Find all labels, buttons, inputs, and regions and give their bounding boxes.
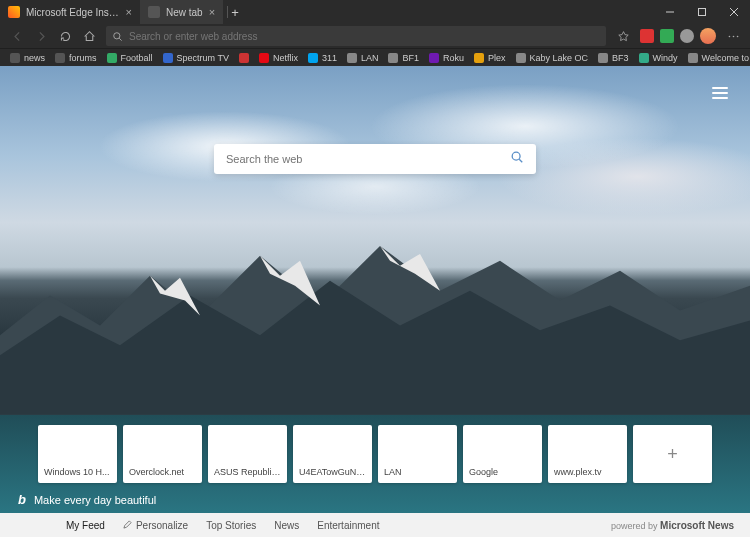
footer-link-personalize[interactable]: Personalize (123, 520, 188, 531)
bookmark-favicon-icon (688, 53, 698, 63)
footer-links: My Feed Personalize Top Stories News Ent… (66, 520, 379, 531)
bookmark-item[interactable] (235, 53, 253, 63)
tab-label: New tab (166, 7, 203, 18)
tile-label: Windows 10 H... (44, 467, 111, 477)
svg-point-8 (736, 35, 738, 37)
new-tab-page: Windows 10 H...Overclock.netASUS Republi… (0, 66, 750, 513)
bookmark-label: Spectrum TV (177, 53, 229, 63)
refresh-button[interactable] (54, 25, 76, 47)
footer-link-news[interactable]: News (274, 520, 299, 531)
pencil-icon (123, 520, 132, 531)
quick-link-tile[interactable]: Windows 10 H... (38, 425, 117, 483)
footer-link-entertainment[interactable]: Entertainment (317, 520, 379, 531)
bookmark-favicon-icon (107, 53, 117, 63)
tab-new-tab[interactable]: New tab × (140, 0, 223, 24)
svg-point-7 (732, 35, 734, 37)
back-button[interactable] (6, 25, 28, 47)
tile-label: Google (469, 467, 536, 477)
footer-link-top-stories[interactable]: Top Stories (206, 520, 256, 531)
quick-link-tile[interactable]: ASUS Republic... (208, 425, 287, 483)
bookmark-favicon-icon (163, 53, 173, 63)
bookmark-item[interactable]: news (6, 53, 49, 63)
bookmark-label: Plex (488, 53, 506, 63)
bookmark-label: BF1 (402, 53, 419, 63)
favicon-icon (8, 6, 20, 18)
bookmark-label: Kaby Lake OC (530, 53, 589, 63)
bookmark-favicon-icon (10, 53, 20, 63)
bookmark-item[interactable]: Football (103, 53, 157, 63)
search-icon[interactable] (510, 150, 524, 168)
web-search-input[interactable] (226, 153, 510, 165)
profile-avatar[interactable] (700, 28, 716, 44)
bookmark-favicon-icon (429, 53, 439, 63)
bookmark-label: Welcome to Accele... (702, 53, 750, 63)
plus-icon: + (667, 444, 678, 465)
extension-icon[interactable] (660, 29, 674, 43)
bookmark-item[interactable]: BF1 (384, 53, 423, 63)
bookmark-favicon-icon (598, 53, 608, 63)
home-button[interactable] (78, 25, 100, 47)
bookmark-label: Windy (653, 53, 678, 63)
close-icon[interactable]: × (126, 6, 132, 18)
quick-link-tile[interactable]: LAN (378, 425, 457, 483)
titlebar: Microsoft Edge Insider preview i × New t… (0, 0, 750, 24)
bookmark-favicon-icon (347, 53, 357, 63)
maximize-button[interactable] (686, 0, 718, 24)
caption-text: Make every day beautiful (34, 494, 156, 506)
web-search-box[interactable] (214, 144, 536, 174)
quick-link-tile[interactable]: Google (463, 425, 542, 483)
add-quick-link-button[interactable]: + (633, 425, 712, 483)
tile-label: LAN (384, 467, 451, 477)
bing-caption[interactable]: b Make every day beautiful (18, 492, 156, 507)
quick-link-tile[interactable]: U4EATowGuNn... (293, 425, 372, 483)
svg-point-6 (728, 35, 730, 37)
extension-icon[interactable] (680, 29, 694, 43)
quick-link-tile[interactable]: Overclock.net (123, 425, 202, 483)
bookmark-item[interactable]: forums (51, 53, 101, 63)
bookmark-label: forums (69, 53, 97, 63)
tab-strip: Microsoft Edge Insider preview i × New t… (0, 0, 654, 24)
tile-label: U4EATowGuNn... (299, 467, 366, 477)
bookmark-item[interactable]: LAN (343, 53, 383, 63)
toolbar (0, 24, 750, 48)
footer-link-my-feed[interactable]: My Feed (66, 520, 105, 531)
search-icon (112, 31, 123, 42)
extension-icon[interactable] (640, 29, 654, 43)
bookmark-label: Roku (443, 53, 464, 63)
forward-button[interactable] (30, 25, 52, 47)
quick-link-tile[interactable]: www.plex.tv (548, 425, 627, 483)
bookmark-item[interactable]: 311 (304, 53, 341, 63)
bookmark-label: BF3 (612, 53, 629, 63)
bookmark-item[interactable]: Roku (425, 53, 468, 63)
bookmark-item[interactable]: Kaby Lake OC (512, 53, 593, 63)
svg-point-4 (114, 32, 120, 38)
bookmark-label: Netflix (273, 53, 298, 63)
bookmark-item[interactable]: Windy (635, 53, 682, 63)
minimize-button[interactable] (654, 0, 686, 24)
bookmark-label: news (24, 53, 45, 63)
tile-label: www.plex.tv (554, 467, 621, 477)
extension-icons (636, 28, 720, 44)
bookmark-item[interactable]: Plex (470, 53, 510, 63)
menu-button[interactable] (722, 25, 744, 47)
bookmark-item[interactable]: BF3 (594, 53, 633, 63)
bookmark-item[interactable]: Welcome to Accele... (684, 53, 750, 63)
bookmark-item[interactable]: Spectrum TV (159, 53, 233, 63)
close-window-button[interactable] (718, 0, 750, 24)
svg-rect-1 (699, 9, 706, 16)
address-input[interactable] (129, 31, 600, 42)
window-controls (654, 0, 750, 24)
favorite-button[interactable] (612, 25, 634, 47)
page-settings-button[interactable] (712, 84, 728, 102)
tab-label: Microsoft Edge Insider preview i (26, 7, 120, 18)
svg-point-9 (512, 152, 520, 160)
address-bar[interactable] (106, 26, 606, 46)
bookmark-favicon-icon (639, 53, 649, 63)
bookmark-item[interactable]: Netflix (255, 53, 302, 63)
close-icon[interactable]: × (209, 6, 215, 18)
tile-label: ASUS Republic... (214, 467, 281, 477)
bookmark-favicon-icon (388, 53, 398, 63)
mountains-decoration (0, 236, 750, 415)
bookmarks-bar: newsforumsFootballSpectrum TVNetflix311L… (0, 48, 750, 66)
tab-edge-insider[interactable]: Microsoft Edge Insider preview i × (0, 0, 140, 24)
